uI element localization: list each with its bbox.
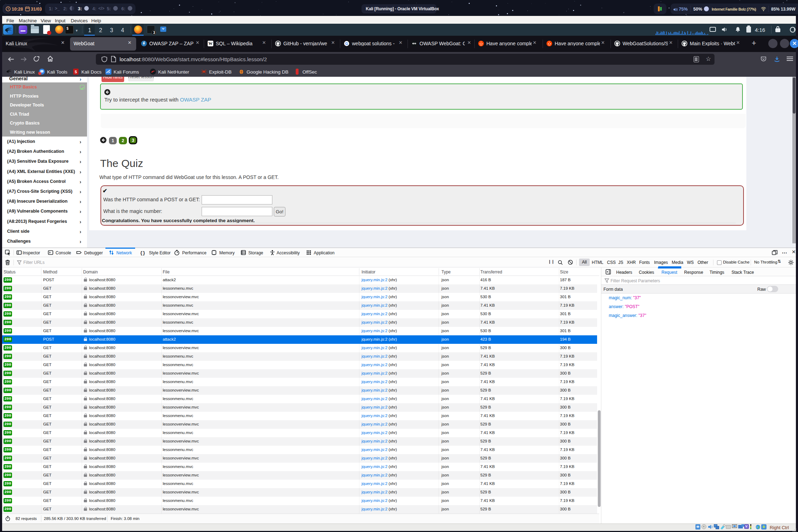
svg-text:G: G: [345, 42, 348, 46]
svg-text:{}: {}: [140, 251, 145, 256]
